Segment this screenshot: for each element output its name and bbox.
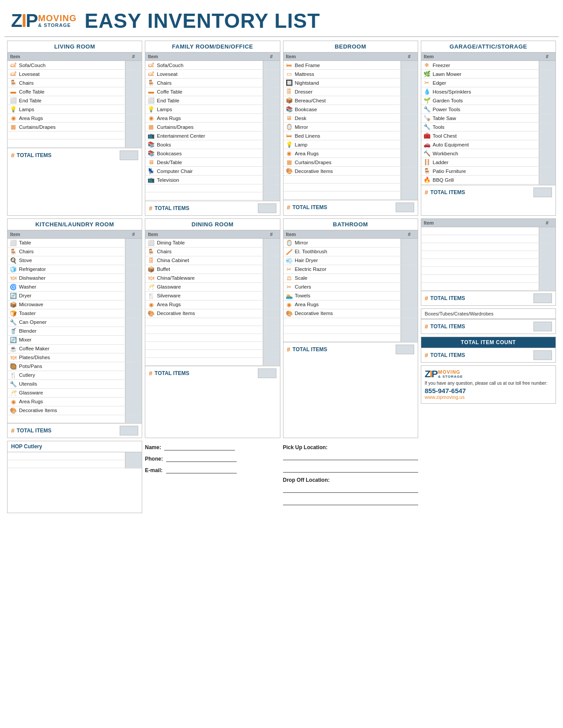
main-grid: LIVING ROOM Item # 🛋Sofa/Couch 🛋Loveseat…: [4, 41, 559, 438]
kitchen-total: # TOTAL ITEMS: [8, 423, 142, 438]
table-row: 🪥El. Toothbrush: [283, 248, 418, 256]
total-box[interactable]: [396, 203, 414, 212]
logo-moving-text: MOVING: [38, 14, 76, 23]
hoses-icon: 💧: [423, 88, 431, 95]
total-box[interactable]: [533, 188, 552, 197]
total-box[interactable]: [533, 293, 552, 303]
table-row: 🔧Can Opener: [8, 318, 142, 327]
washer-icon: 🌀: [10, 284, 17, 290]
coffee-table-icon: ▬: [147, 88, 155, 95]
edger-icon: ✂: [423, 79, 431, 86]
hop-cutlery-title: HOP Cutlery: [8, 441, 142, 452]
total-box[interactable]: [120, 150, 138, 160]
dropoff-underline2[interactable]: [283, 497, 418, 505]
total-box[interactable]: [258, 203, 276, 213]
decorative-icon: 🎨: [286, 310, 293, 317]
coffee-table-icon: ▬: [10, 88, 17, 95]
hash-icon: #: [11, 427, 15, 434]
living-room-title: LIVING ROOM: [8, 41, 142, 53]
boxes-label: Boxes/Tubes/Crates/Wardrobes: [421, 309, 555, 319]
total-items-label: TOTAL ITEMS: [431, 323, 465, 330]
total-box[interactable]: [533, 350, 552, 360]
family-room-table: Item # 🛋Sofa/Couch 🛋Loveseat 🪑Chairs ▬Co…: [145, 53, 280, 201]
total-box[interactable]: [533, 322, 552, 331]
table-row: 💡Lamps: [8, 105, 142, 114]
towels-icon: 🏊: [286, 293, 293, 299]
total-label: # TOTAL ITEMS: [287, 204, 327, 211]
bedroom-section: BEDROOM Item # 🛏Bed Frame ▭Mattress 🔲Nig…: [283, 41, 418, 216]
table-row: 🖥Desk: [283, 114, 418, 123]
phone-underline[interactable]: [166, 462, 237, 462]
email-underline[interactable]: [166, 473, 237, 473]
mattress-icon: ▭: [286, 71, 293, 77]
blender-icon: 🥤: [10, 328, 17, 334]
total-items-label: TOTAL ITEMS: [431, 189, 465, 195]
table-row: 🔧Utensils: [8, 380, 142, 389]
garage-section: GARAGE/ATTIC/STORAGE Item # ❄Freezer 🌿La…: [421, 41, 556, 216]
table-row: 💡Lamps: [145, 105, 280, 114]
table-row: 🍽Dishwasher: [8, 274, 142, 283]
blank-row: [283, 326, 418, 334]
glassware-icon: 🥂: [10, 390, 17, 396]
toaster-icon: 🍞: [10, 310, 17, 317]
email-field: E-mail:: [145, 467, 280, 473]
lamps-icon: 💡: [147, 106, 155, 113]
mixer-icon: 🔄: [10, 337, 17, 343]
total-label: # TOTAL ITEMS: [425, 295, 465, 302]
blank-row: [421, 243, 555, 251]
footer-phone: 855-947-6547: [425, 387, 552, 394]
hash-header: #: [125, 230, 142, 239]
blank-row: [145, 184, 280, 192]
footer-description: If you have any question, please call us…: [425, 381, 552, 386]
hash-header: #: [125, 53, 142, 61]
total-box[interactable]: [258, 368, 276, 378]
books-icon: 📚: [147, 141, 155, 148]
table-row: 🏊Towels: [283, 292, 418, 300]
table-saw-icon: 🪚: [423, 115, 431, 121]
hash-header: #: [401, 230, 418, 239]
blank-row: [8, 460, 142, 468]
table-row: 🎨Decorative Items: [8, 406, 142, 415]
total-box[interactable]: [396, 345, 414, 354]
table-row: ▬Coffe Table: [145, 87, 280, 96]
china-cabinet-icon: 🗄: [147, 257, 155, 264]
kitchen-table: Item # ⬜Table 🪑Chairs 🍳Stove 🧊Refrigerat…: [8, 230, 142, 424]
dryer-icon: 🔄: [10, 293, 17, 299]
pots-pans-icon: 🥘: [10, 363, 17, 370]
television-icon: 📺: [147, 176, 155, 183]
logo-moving: MOVING & STORAGE: [38, 14, 76, 28]
table-row: 🛋Loveseat: [145, 70, 280, 79]
dropoff-underline[interactable]: [283, 485, 418, 493]
garage-title: GARAGE/ATTIC/STORAGE: [421, 41, 555, 53]
item-header: Item: [421, 53, 539, 61]
phone-field: Phone:: [145, 456, 280, 462]
table-row: 🥤Blender: [8, 327, 142, 336]
blank-row: [421, 227, 555, 235]
total-items-label: TOTAL ITEMS: [292, 346, 327, 353]
toothbrush-icon: 🪥: [286, 248, 293, 255]
pickup-underline[interactable]: [283, 452, 418, 460]
hash-icon: #: [149, 205, 152, 212]
hash-header: #: [263, 230, 280, 239]
curtains-icon: ▦: [286, 159, 293, 165]
living-room-total: # TOTAL ITEMS: [8, 148, 142, 162]
pickup-underline2[interactable]: [283, 465, 418, 473]
table-row: 🪑Chairs: [8, 248, 142, 256]
total-box[interactable]: [120, 426, 138, 435]
family-room-total: # TOTAL ITEMS: [145, 201, 280, 215]
table-row: ◉Area Rugs: [8, 114, 142, 123]
table-row: 🧊Refrigerator: [8, 265, 142, 274]
hash-icon: #: [425, 295, 428, 302]
table-row: ◉Area Rugs: [283, 149, 418, 158]
name-underline[interactable]: [164, 450, 235, 450]
hash-icon: #: [287, 346, 291, 353]
table-row: 🍴Silverware: [145, 292, 280, 300]
bbq-grill-icon: 🔥: [423, 176, 431, 183]
blank-row: [421, 283, 555, 291]
bookcase-icon: 📚: [286, 106, 293, 113]
table-row: 🔧Power Tools: [421, 105, 555, 114]
table-row: ✂Edger: [421, 79, 555, 87]
blank-row: [421, 259, 555, 267]
hash-header: #: [539, 219, 555, 227]
desk-icon: 🖥: [147, 159, 155, 165]
